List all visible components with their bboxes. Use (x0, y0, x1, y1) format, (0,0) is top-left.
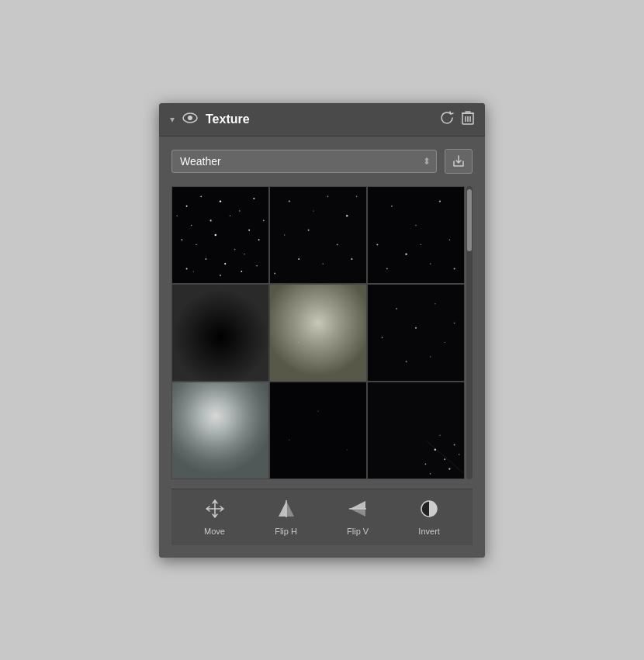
svg-point-26 (186, 268, 188, 269)
svg-point-48 (439, 200, 441, 202)
collapse-icon[interactable]: ▾ (170, 114, 175, 125)
svg-point-9 (186, 205, 188, 206)
delete-button[interactable] (462, 111, 474, 128)
move-tool[interactable]: Move (204, 499, 225, 536)
visibility-icon[interactable] (182, 111, 198, 127)
svg-rect-80 (368, 382, 464, 479)
svg-point-70 (415, 327, 417, 328)
svg-marker-93 (350, 501, 365, 509)
svg-point-10 (200, 195, 202, 197)
invert-tool[interactable]: Invert (418, 499, 440, 536)
svg-point-37 (284, 234, 285, 235)
texture-cell-5[interactable] (270, 285, 366, 381)
svg-point-32 (241, 271, 242, 272)
svg-point-55 (454, 268, 455, 269)
svg-point-49 (415, 224, 417, 226)
panel-body: Weather Abstract Grunge Nature Tech ⬍ (159, 136, 485, 558)
svg-point-39 (337, 244, 338, 245)
scrollbar-thumb[interactable] (467, 189, 472, 251)
svg-point-11 (220, 200, 221, 202)
svg-point-25 (244, 254, 244, 254)
panel-header: ▾ Texture (159, 103, 485, 136)
svg-point-36 (346, 215, 348, 216)
svg-point-68 (435, 303, 436, 305)
svg-point-65 (317, 361, 319, 362)
svg-point-30 (263, 219, 265, 221)
svg-rect-57 (172, 285, 268, 381)
svg-point-16 (230, 215, 230, 216)
svg-point-67 (396, 308, 397, 309)
svg-point-35 (327, 195, 329, 197)
svg-point-21 (234, 248, 236, 250)
texture-category-wrapper: Weather Abstract Grunge Nature Tech ⬍ (171, 150, 437, 173)
svg-point-71 (445, 341, 445, 342)
toolbar: Move Flip H (171, 489, 473, 545)
svg-point-59 (289, 303, 290, 305)
svg-point-22 (258, 239, 260, 240)
texture-cell-9[interactable] (368, 382, 464, 479)
reset-button[interactable] (440, 111, 454, 128)
svg-point-27 (256, 264, 258, 266)
svg-point-20 (215, 233, 217, 236)
fliph-tool[interactable]: Flip H (275, 499, 297, 536)
svg-point-23 (206, 258, 207, 260)
svg-point-84 (425, 463, 427, 465)
texture-cell-4[interactable] (172, 285, 268, 381)
texture-cell-3[interactable] (368, 187, 464, 283)
flipv-icon (348, 499, 368, 524)
invert-icon (419, 499, 439, 524)
svg-point-61 (327, 303, 328, 304)
texture-category-select[interactable]: Weather Abstract Grunge Nature Tech (171, 150, 437, 173)
svg-point-17 (248, 229, 250, 230)
svg-point-86 (439, 434, 440, 435)
texture-scrollbar[interactable] (466, 186, 473, 479)
svg-point-51 (449, 239, 450, 240)
svg-point-42 (351, 258, 352, 260)
svg-rect-58 (270, 285, 366, 381)
texture-cell-7[interactable] (172, 382, 268, 479)
svg-point-83 (454, 444, 455, 445)
svg-point-1 (188, 116, 192, 120)
svg-point-52 (405, 253, 407, 254)
invert-label: Invert (418, 527, 440, 536)
texture-cell-1[interactable] (172, 187, 268, 283)
svg-point-74 (454, 322, 455, 323)
svg-point-18 (182, 239, 183, 240)
svg-rect-66 (368, 285, 464, 381)
move-label: Move (204, 527, 225, 536)
import-button[interactable] (445, 149, 473, 174)
texture-cell-2[interactable] (270, 187, 366, 283)
texture-panel: ▾ Texture (159, 103, 485, 558)
svg-point-38 (308, 229, 310, 230)
svg-point-73 (430, 356, 431, 358)
svg-point-63 (299, 341, 299, 342)
svg-point-64 (337, 346, 338, 347)
texture-grid-container (171, 186, 473, 479)
svg-point-88 (430, 472, 431, 474)
flipv-label: Flip V (347, 527, 369, 536)
svg-point-72 (406, 361, 407, 362)
svg-point-62 (346, 322, 348, 323)
svg-rect-46 (368, 187, 464, 283)
fliph-label: Flip H (275, 527, 297, 536)
svg-point-60 (308, 317, 309, 318)
svg-point-29 (177, 215, 178, 216)
svg-point-15 (210, 219, 212, 221)
panel-title: Texture (206, 112, 432, 126)
svg-point-56 (421, 244, 421, 244)
svg-point-34 (289, 200, 290, 202)
svg-point-13 (253, 197, 254, 199)
svg-point-12 (239, 210, 240, 211)
svg-marker-94 (350, 509, 365, 517)
texture-cell-6[interactable] (368, 285, 464, 381)
svg-point-53 (430, 263, 431, 264)
svg-point-41 (322, 263, 324, 264)
texture-cell-8[interactable] (270, 382, 366, 479)
svg-point-69 (382, 337, 383, 338)
svg-point-77 (317, 410, 318, 411)
svg-point-43 (313, 210, 313, 211)
svg-point-45 (274, 272, 275, 274)
svg-point-28 (220, 275, 221, 276)
flipv-tool[interactable]: Flip V (347, 499, 369, 536)
svg-point-31 (193, 271, 194, 271)
